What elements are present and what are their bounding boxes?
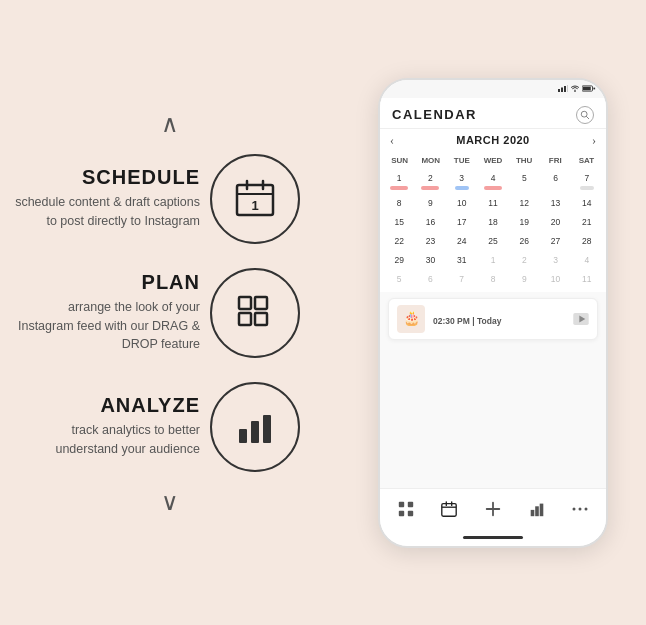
cal-cell-19[interactable]: 19 xyxy=(509,213,539,231)
cal-cell-24[interactable]: 24 xyxy=(447,232,477,250)
svg-point-36 xyxy=(573,508,576,511)
calendar-icon: 1 xyxy=(231,175,279,223)
cal-cell-6[interactable]: 6 xyxy=(540,169,570,193)
cal-cell-23[interactable]: 23 xyxy=(415,232,445,250)
cal-cell-1[interactable]: 1 xyxy=(384,169,414,193)
cal-cell-apr10[interactable]: 10 xyxy=(540,270,570,288)
analyze-title: ANALYZE xyxy=(10,394,200,417)
schedule-title: SCHEDULE xyxy=(10,166,200,189)
cal-cell-apr2[interactable]: 2 xyxy=(509,251,539,269)
svg-rect-26 xyxy=(408,511,413,516)
prev-month-button[interactable]: ‹ xyxy=(390,133,394,148)
cal-cell-apr7[interactable]: 7 xyxy=(447,270,477,288)
cal-cell-5[interactable]: 5 xyxy=(509,169,539,193)
cal-cell-28[interactable]: 28 xyxy=(572,232,602,250)
calendar-search-icon[interactable] xyxy=(576,106,594,124)
cal-cell-17[interactable]: 17 xyxy=(447,213,477,231)
event-time: 02:30 PM | Today xyxy=(433,316,501,326)
svg-rect-18 xyxy=(593,88,595,90)
cal-cell-25[interactable]: 25 xyxy=(478,232,508,250)
cal-cell-apr9[interactable]: 9 xyxy=(509,270,539,288)
cal-cell-26[interactable]: 26 xyxy=(509,232,539,250)
phone-content: CALENDAR ‹ MARCH 2020 › SU xyxy=(380,98,606,488)
day-fri: FRI xyxy=(540,154,571,167)
cal-cell-2[interactable]: 2 xyxy=(415,169,445,193)
cal-cell-14[interactable]: 14 xyxy=(572,194,602,212)
battery-icon xyxy=(582,85,596,92)
plan-desc: arrange the look of your Instagram feed … xyxy=(10,298,200,354)
tab-bar xyxy=(380,488,606,530)
cal-cell-apr3[interactable]: 3 xyxy=(540,251,570,269)
day-thu: THU xyxy=(509,154,540,167)
svg-rect-7 xyxy=(239,313,251,325)
svg-rect-17 xyxy=(583,87,591,91)
svg-rect-6 xyxy=(255,297,267,309)
analyze-feature: ANALYZE track analytics to better unders… xyxy=(10,382,330,472)
cal-cell-31[interactable]: 31 xyxy=(447,251,477,269)
schedule-desc: schedule content & draft captions to pos… xyxy=(10,193,200,231)
svg-rect-11 xyxy=(263,415,271,443)
cal-cell-apr5[interactable]: 5 xyxy=(384,270,414,288)
cal-cell-30[interactable]: 30 xyxy=(415,251,445,269)
down-arrow[interactable]: ∨ xyxy=(161,490,179,514)
tab-add[interactable] xyxy=(482,498,504,520)
svg-rect-23 xyxy=(399,502,404,507)
day-names-row: SUN MON TUE WED THU FRI SAT xyxy=(380,152,606,169)
cal-cell-22[interactable]: 22 xyxy=(384,232,414,250)
calendar-app-title: CALENDAR xyxy=(392,107,477,122)
next-month-button[interactable]: › xyxy=(592,133,596,148)
day-wed: WED xyxy=(477,154,508,167)
wifi-icon xyxy=(571,85,579,92)
svg-point-38 xyxy=(585,508,588,511)
plan-text-block: PLAN arrange the look of your Instagram … xyxy=(10,271,200,354)
cal-cell-7[interactable]: 7 xyxy=(572,169,602,193)
up-arrow[interactable]: ∧ xyxy=(161,112,179,136)
day-sun: SUN xyxy=(384,154,415,167)
cal-cell-4[interactable]: 4 xyxy=(478,169,508,193)
bar-chart-icon xyxy=(231,403,279,451)
today-event[interactable]: 🎂 02:30 PM | Today xyxy=(388,298,598,340)
svg-rect-5 xyxy=(239,297,251,309)
tab-grid[interactable] xyxy=(395,498,417,520)
cal-cell-27[interactable]: 27 xyxy=(540,232,570,250)
day-sat: SAT xyxy=(571,154,602,167)
svg-rect-14 xyxy=(564,86,566,92)
cal-cell-apr6[interactable]: 6 xyxy=(415,270,445,288)
cal-cell-apr11[interactable]: 11 xyxy=(572,270,602,288)
event-info: 02:30 PM | Today xyxy=(433,310,565,328)
svg-rect-9 xyxy=(239,429,247,443)
main-container: ∧ SCHEDULE schedule content & draft capt… xyxy=(0,0,646,625)
day-mon: MON xyxy=(415,154,446,167)
status-bar xyxy=(380,80,606,98)
cal-cell-apr8[interactable]: 8 xyxy=(478,270,508,288)
svg-point-37 xyxy=(579,508,582,511)
cal-cell-9[interactable]: 9 xyxy=(415,194,445,212)
cal-cell-21[interactable]: 21 xyxy=(572,213,602,231)
cal-cell-3[interactable]: 3 xyxy=(447,169,477,193)
cal-cell-29[interactable]: 29 xyxy=(384,251,414,269)
plan-icon-circle xyxy=(210,268,300,358)
cal-cell-13[interactable]: 13 xyxy=(540,194,570,212)
svg-rect-24 xyxy=(408,502,413,507)
right-panel: CALENDAR ‹ MARCH 2020 › SU xyxy=(340,23,646,603)
tab-analytics[interactable] xyxy=(526,498,548,520)
cal-cell-apr1[interactable]: 1 xyxy=(478,251,508,269)
cal-cell-15[interactable]: 15 xyxy=(384,213,414,231)
svg-rect-10 xyxy=(251,421,259,443)
svg-line-20 xyxy=(586,116,589,119)
cal-cell-apr4[interactable]: 4 xyxy=(572,251,602,269)
cal-cell-18[interactable]: 18 xyxy=(478,213,508,231)
cal-cell-8[interactable]: 8 xyxy=(384,194,414,212)
cal-cell-10[interactable]: 10 xyxy=(447,194,477,212)
cal-cell-12[interactable]: 12 xyxy=(509,194,539,212)
cal-cell-11[interactable]: 11 xyxy=(478,194,508,212)
svg-rect-34 xyxy=(535,506,539,516)
calendar-header: CALENDAR xyxy=(380,98,606,129)
cal-cell-16[interactable]: 16 xyxy=(415,213,445,231)
tab-more[interactable] xyxy=(569,498,591,520)
svg-rect-13 xyxy=(561,88,563,93)
cal-cell-20[interactable]: 20 xyxy=(540,213,570,231)
tab-calendar-active[interactable] xyxy=(438,498,460,520)
event-media-icon xyxy=(573,313,589,325)
schedule-feature: SCHEDULE schedule content & draft captio… xyxy=(10,154,330,244)
